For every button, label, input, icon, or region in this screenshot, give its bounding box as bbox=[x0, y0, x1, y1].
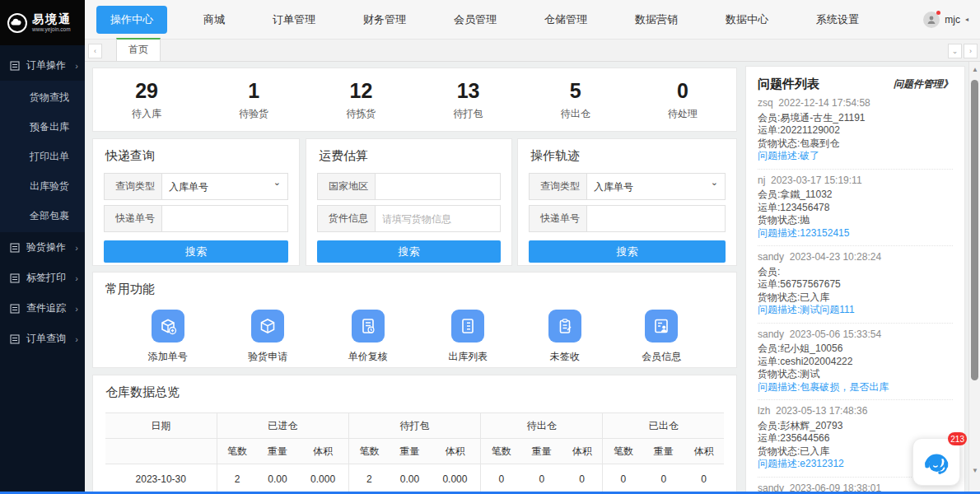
cell: 0 bbox=[684, 464, 724, 494]
problem-entry: sandy 2023-05-06 15:33:54 会员:纪小姐_10056 运… bbox=[758, 324, 953, 401]
subcol-weight: 重量 bbox=[643, 439, 684, 464]
tabs-dropdown-button[interactable]: ⌄ bbox=[948, 44, 962, 58]
stat-pending-inspect[interactable]: 1 待验货 bbox=[200, 78, 307, 121]
subcol-weight: 重量 bbox=[258, 439, 298, 464]
stat-pending-pack[interactable]: 13 待打包 bbox=[415, 78, 522, 121]
quick-action-unsigned[interactable]: 未签收 bbox=[548, 310, 581, 364]
shipment-info-label: 货件信息 bbox=[318, 206, 376, 231]
app-window: 易境通 www.yejoin.com 订单操作 › 货物查找 预备出库 打印出单… bbox=[0, 0, 980, 494]
stat-pending-outbound[interactable]: 5 待出仓 bbox=[522, 78, 629, 121]
sidebar-item-label: 查件追踪 bbox=[26, 301, 66, 315]
quick-action-member-info[interactable]: 会员信息 bbox=[642, 310, 681, 364]
entry-description-link[interactable]: 问题描述:破了 bbox=[758, 150, 953, 163]
stat-value: 1 bbox=[200, 78, 307, 103]
shipment-info-input[interactable] bbox=[376, 206, 500, 231]
entry-status: 货物状态:已入库 bbox=[758, 291, 953, 305]
problem-list-title: 问题件列表 bbox=[758, 77, 819, 92]
customer-service-button[interactable]: 213 bbox=[912, 438, 960, 486]
entry-description-link[interactable]: 问题描述:测试问题111 bbox=[758, 304, 953, 317]
track-search-button[interactable]: 搜索 bbox=[529, 240, 726, 263]
entry-status: 货物状态:包裹到仓 bbox=[758, 137, 953, 151]
entry-user: zsq bbox=[758, 97, 773, 109]
problem-entry: zsq 2022-12-14 17:54:58 会员:易境通-古生_21191 … bbox=[758, 92, 953, 170]
nav-item-warehouse-mgmt[interactable]: 仓储管理 bbox=[533, 6, 599, 34]
subcol-weight: 重量 bbox=[521, 439, 562, 464]
entry-waybill: 运单:20221129002 bbox=[758, 124, 953, 137]
headset-agent-icon bbox=[920, 445, 953, 478]
quick-action-inspect-apply[interactable]: 验货申请 bbox=[248, 310, 287, 364]
track-tracking-input[interactable] bbox=[587, 206, 725, 231]
clipboard-icon bbox=[556, 317, 574, 335]
country-region-input[interactable] bbox=[376, 174, 500, 199]
user-name: mjc bbox=[945, 14, 960, 26]
sidebar-item-label-print[interactable]: 标签打印 › bbox=[0, 263, 85, 293]
stat-pending-pick[interactable]: 12 待拣货 bbox=[307, 78, 414, 121]
user-menu[interactable]: mjc ◂ bbox=[923, 12, 968, 28]
page-scrollbar[interactable]: ▲ ▼ bbox=[968, 62, 980, 494]
express-tracking-input[interactable] bbox=[162, 206, 287, 231]
stat-pending-process[interactable]: 0 待处理 bbox=[629, 78, 736, 121]
sidebar-item-parcel-track[interactable]: 查件追踪 › bbox=[0, 293, 85, 324]
cell: 0.00 bbox=[390, 464, 430, 494]
problem-manage-link[interactable]: 问题件管理》 bbox=[894, 77, 953, 91]
entry-member: 会员:易境通-古生_21191 bbox=[758, 112, 953, 125]
express-search-button[interactable]: 搜索 bbox=[104, 240, 288, 263]
warehouse-overview-title: 仓库数据总览 bbox=[93, 375, 736, 404]
brand-logo[interactable]: 易境通 www.yejoin.com bbox=[0, 0, 85, 45]
sidebar-item-outbound-inspect[interactable]: 出库验货 bbox=[0, 171, 85, 201]
tabs-scroll-left-button[interactable]: ‹ bbox=[88, 44, 102, 58]
nav-item-data-marketing[interactable]: 数据营销 bbox=[623, 6, 689, 34]
cube-icon bbox=[259, 317, 277, 335]
chevron-right-icon: › bbox=[75, 334, 78, 344]
nav-item-finance-mgmt[interactable]: 财务管理 bbox=[352, 6, 418, 34]
tracking-no-label: 快递单号 bbox=[530, 206, 587, 231]
nav-item-system-settings[interactable]: 系统设置 bbox=[805, 6, 870, 34]
quick-action-price-review[interactable]: 单价复核 bbox=[348, 310, 388, 364]
quick-functions-title: 常用功能 bbox=[93, 273, 736, 301]
warehouse-overview-card: 仓库数据总览 日期 已进仓 待打包 待出仓 已出仓 笔数 重量 体积 bbox=[92, 375, 737, 494]
subcol-volume: 体积 bbox=[430, 439, 481, 464]
sidebar-item-inspect-ops[interactable]: 验货操作 › bbox=[0, 232, 85, 263]
sidebar-item-order-query[interactable]: 订单查询 › bbox=[0, 324, 85, 354]
notification-dot bbox=[936, 11, 940, 15]
scrollbar-down-arrow[interactable]: ▼ bbox=[969, 464, 980, 476]
nav-item-order-mgmt[interactable]: 订单管理 bbox=[261, 6, 327, 34]
quick-action-outbound-list[interactable]: 出库列表 bbox=[448, 310, 488, 364]
sidebar-item-prep-outbound[interactable]: 预备出库 bbox=[0, 112, 85, 142]
cell: 0 bbox=[481, 464, 522, 494]
tab-home[interactable]: 首页 bbox=[116, 38, 161, 61]
chevron-right-icon: › bbox=[75, 61, 78, 71]
scrollbar-thumb[interactable] bbox=[971, 80, 978, 380]
sidebar-item-label: 订单查询 bbox=[26, 332, 66, 346]
nav-item-mall[interactable]: 商城 bbox=[192, 6, 236, 34]
entry-description-link[interactable]: 问题描述:123152415 bbox=[758, 227, 953, 240]
menu-doc-icon bbox=[10, 243, 20, 253]
cell: 0 bbox=[643, 464, 684, 494]
problem-items-panel: 问题件列表 问题件管理》 zsq 2022-12-14 17:54:58 会员:… bbox=[745, 66, 965, 494]
quick-action-add-order[interactable]: 添加单号 bbox=[148, 310, 188, 364]
nav-item-operation-center[interactable]: 操作中心 bbox=[96, 6, 167, 34]
sidebar-item-label: 标签打印 bbox=[26, 271, 66, 285]
sidebar-item-order-ops[interactable]: 订单操作 › bbox=[0, 50, 85, 81]
quick-action-label: 添加单号 bbox=[148, 350, 188, 364]
query-type-label: 查询类型 bbox=[530, 174, 587, 199]
stat-pending-inbound[interactable]: 29 待入库 bbox=[93, 78, 200, 121]
sidebar-item-print-order[interactable]: 打印出单 bbox=[0, 142, 85, 171]
nav-item-member-mgmt[interactable]: 会员管理 bbox=[442, 6, 508, 34]
stats-card: 29 待入库 1 待验货 12 待拣货 13 待打包 5 待出仓 0 待处理 bbox=[92, 68, 737, 132]
express-query-type-select[interactable]: 入库单号 bbox=[162, 174, 287, 199]
tabs-scroll-right-button[interactable]: › bbox=[964, 44, 978, 58]
entry-user: sandy bbox=[758, 251, 784, 263]
nav-item-data-center[interactable]: 数据中心 bbox=[714, 6, 780, 34]
entry-time: 2023-05-13 17:48:36 bbox=[776, 405, 867, 417]
cell: 0.000 bbox=[297, 464, 348, 494]
panel-title: 运费估算 bbox=[306, 139, 511, 168]
col-pending-outbound: 待出仓 bbox=[481, 413, 603, 439]
track-query-type-select[interactable]: 入库单号 bbox=[587, 174, 725, 199]
scrollbar-up-arrow[interactable]: ▲ bbox=[969, 63, 980, 75]
sidebar-item-cargo-search[interactable]: 货物查找 bbox=[0, 82, 85, 112]
freight-search-button[interactable]: 搜索 bbox=[317, 240, 501, 263]
sidebar-item-all-packages[interactable]: 全部包裹 bbox=[0, 201, 85, 231]
entry-description-link[interactable]: 问题描述:包裹破损，是否出库 bbox=[758, 381, 953, 394]
panel-title: 操作轨迹 bbox=[518, 139, 736, 168]
